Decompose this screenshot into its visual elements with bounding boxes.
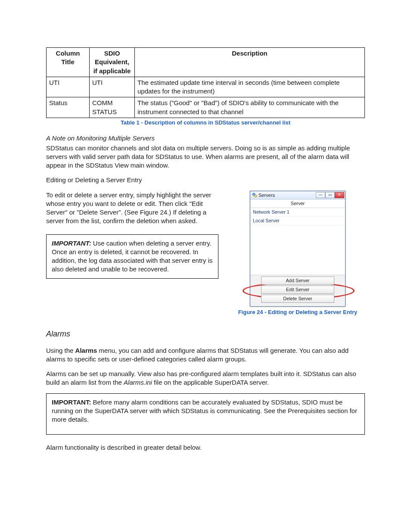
figure-caption: Figure 24 - Editing or Deleting a Server… xyxy=(230,308,365,316)
add-server-button[interactable]: Add Server xyxy=(261,277,334,285)
cell: UTI xyxy=(90,77,135,97)
note-body: SDStatus can monitor channels and slot d… xyxy=(46,144,365,170)
cell: The status ("Good" or "Bad") of SDIO's a… xyxy=(135,97,365,118)
th-column-title: Column Title xyxy=(47,48,90,77)
servers-dialog: Servers — ▭ ✕ Server Network Server 1 Lo… xyxy=(250,191,346,307)
titlebar: Servers — ▭ ✕ xyxy=(250,191,345,200)
closing-paragraph: Alarm functionality is described in grea… xyxy=(46,443,365,452)
maximize-button[interactable]: ▭ xyxy=(325,192,335,198)
th-description: Description xyxy=(135,48,365,77)
editing-body: To edit or delete a server entry, simply… xyxy=(46,191,218,226)
important-label: IMPORTANT: xyxy=(52,398,91,406)
list-item[interactable]: Network Server 1 xyxy=(250,208,345,217)
note-heading: A Note on Monitoring Multiple Servers xyxy=(46,134,365,143)
important-text: Before many alarm conditions can be accu… xyxy=(52,398,357,423)
text: Using the xyxy=(46,347,75,354)
alarms-ini-filename: Alarms.ini xyxy=(124,379,152,386)
server-column-header: Server xyxy=(250,199,345,208)
important-box-2: IMPORTANT: Before many alarm conditions … xyxy=(46,393,365,435)
edit-server-button[interactable]: Edit Server xyxy=(261,286,334,294)
table-row: Status COMM STATUS The status ("Good" or… xyxy=(47,97,365,118)
cell: COMM STATUS xyxy=(90,97,135,118)
alarms-heading: Alarms xyxy=(46,329,365,339)
column-description-table: Column Title SDIO Equivalent, if applica… xyxy=(46,47,365,118)
alarms-p1: Using the Alarms menu, you can add and c… xyxy=(46,346,365,364)
minimize-button[interactable]: — xyxy=(316,192,325,198)
text: file on the applicable SuperDATA server. xyxy=(152,379,269,386)
table-caption: Table 1 - Description of columns in SDSt… xyxy=(46,119,365,127)
important-box-1: IMPORTANT: Use caution when deleting a s… xyxy=(46,234,218,279)
alarms-menu-name: Alarms xyxy=(75,347,97,354)
list-item[interactable]: Local Server xyxy=(250,217,345,225)
alarms-p2: Alarms can be set up manually. View also… xyxy=(46,370,365,387)
table-row: UTI UTI The estimated update time interv… xyxy=(47,77,365,97)
delete-server-button[interactable]: Delete Server xyxy=(261,295,334,303)
th-sdio-equivalent: SDIO Equivalent, if applicable xyxy=(90,48,135,77)
cell: UTI xyxy=(47,77,90,97)
close-button[interactable]: ✕ xyxy=(335,192,344,198)
editing-heading: Editing or Deleting a Server Entry xyxy=(46,176,365,184)
svg-point-1 xyxy=(254,195,257,197)
cell: The estimated update time interval in se… xyxy=(135,77,365,97)
important-label: IMPORTANT: xyxy=(52,240,91,247)
dialog-title: Servers xyxy=(258,192,275,199)
server-list[interactable]: Network Server 1 Local Server xyxy=(250,208,345,275)
app-icon xyxy=(252,193,257,198)
cell: Status xyxy=(47,97,90,118)
